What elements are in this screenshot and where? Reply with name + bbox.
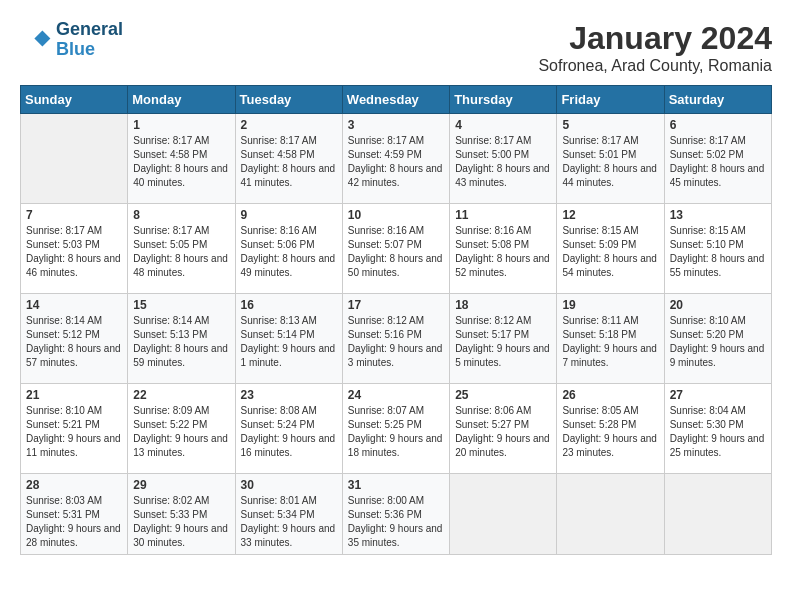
day-detail: Sunrise: 8:17 AMSunset: 5:00 PMDaylight:… [455,134,551,190]
calendar-cell: 6 Sunrise: 8:17 AMSunset: 5:02 PMDayligh… [664,114,771,204]
day-number: 8 [133,208,229,222]
month-title: January 2024 [538,20,772,57]
day-detail: Sunrise: 8:15 AMSunset: 5:10 PMDaylight:… [670,224,766,280]
day-detail: Sunrise: 8:00 AMSunset: 5:36 PMDaylight:… [348,494,444,550]
weekday-header-saturday: Saturday [664,86,771,114]
day-number: 3 [348,118,444,132]
day-detail: Sunrise: 8:01 AMSunset: 5:34 PMDaylight:… [241,494,337,550]
day-number: 20 [670,298,766,312]
calendar-cell: 31 Sunrise: 8:00 AMSunset: 5:36 PMDaylig… [342,474,449,555]
calendar-cell: 19 Sunrise: 8:11 AMSunset: 5:18 PMDaylig… [557,294,664,384]
calendar-cell [557,474,664,555]
calendar-cell: 28 Sunrise: 8:03 AMSunset: 5:31 PMDaylig… [21,474,128,555]
day-number: 6 [670,118,766,132]
calendar-cell: 18 Sunrise: 8:12 AMSunset: 5:17 PMDaylig… [450,294,557,384]
day-number: 14 [26,298,122,312]
day-number: 26 [562,388,658,402]
calendar-cell: 11 Sunrise: 8:16 AMSunset: 5:08 PMDaylig… [450,204,557,294]
day-number: 23 [241,388,337,402]
day-detail: Sunrise: 8:17 AMSunset: 4:58 PMDaylight:… [133,134,229,190]
day-number: 11 [455,208,551,222]
svg-marker-0 [34,30,50,46]
day-number: 5 [562,118,658,132]
day-detail: Sunrise: 8:16 AMSunset: 5:06 PMDaylight:… [241,224,337,280]
day-detail: Sunrise: 8:16 AMSunset: 5:08 PMDaylight:… [455,224,551,280]
day-detail: Sunrise: 8:17 AMSunset: 5:02 PMDaylight:… [670,134,766,190]
day-detail: Sunrise: 8:04 AMSunset: 5:30 PMDaylight:… [670,404,766,460]
week-row-2: 7 Sunrise: 8:17 AMSunset: 5:03 PMDayligh… [21,204,772,294]
calendar-cell [21,114,128,204]
calendar-cell: 8 Sunrise: 8:17 AMSunset: 5:05 PMDayligh… [128,204,235,294]
day-detail: Sunrise: 8:03 AMSunset: 5:31 PMDaylight:… [26,494,122,550]
day-number: 4 [455,118,551,132]
day-number: 22 [133,388,229,402]
calendar-table: SundayMondayTuesdayWednesdayThursdayFrid… [20,85,772,555]
calendar-cell: 7 Sunrise: 8:17 AMSunset: 5:03 PMDayligh… [21,204,128,294]
logo-icon [20,24,52,56]
day-number: 18 [455,298,551,312]
day-detail: Sunrise: 8:12 AMSunset: 5:16 PMDaylight:… [348,314,444,370]
calendar-cell: 12 Sunrise: 8:15 AMSunset: 5:09 PMDaylig… [557,204,664,294]
page-header: General Blue January 2024 Sofronea, Arad… [20,20,772,75]
title-section: January 2024 Sofronea, Arad County, Roma… [538,20,772,75]
calendar-cell: 3 Sunrise: 8:17 AMSunset: 4:59 PMDayligh… [342,114,449,204]
week-row-1: 1 Sunrise: 8:17 AMSunset: 4:58 PMDayligh… [21,114,772,204]
day-detail: Sunrise: 8:17 AMSunset: 5:01 PMDaylight:… [562,134,658,190]
day-number: 21 [26,388,122,402]
day-detail: Sunrise: 8:17 AMSunset: 4:59 PMDaylight:… [348,134,444,190]
day-number: 13 [670,208,766,222]
logo-text: General Blue [56,20,123,60]
day-detail: Sunrise: 8:06 AMSunset: 5:27 PMDaylight:… [455,404,551,460]
calendar-cell: 26 Sunrise: 8:05 AMSunset: 5:28 PMDaylig… [557,384,664,474]
day-number: 9 [241,208,337,222]
calendar-cell: 15 Sunrise: 8:14 AMSunset: 5:13 PMDaylig… [128,294,235,384]
day-number: 2 [241,118,337,132]
week-row-3: 14 Sunrise: 8:14 AMSunset: 5:12 PMDaylig… [21,294,772,384]
weekday-header-row: SundayMondayTuesdayWednesdayThursdayFrid… [21,86,772,114]
day-detail: Sunrise: 8:14 AMSunset: 5:13 PMDaylight:… [133,314,229,370]
week-row-4: 21 Sunrise: 8:10 AMSunset: 5:21 PMDaylig… [21,384,772,474]
day-detail: Sunrise: 8:13 AMSunset: 5:14 PMDaylight:… [241,314,337,370]
calendar-cell: 4 Sunrise: 8:17 AMSunset: 5:00 PMDayligh… [450,114,557,204]
day-number: 25 [455,388,551,402]
weekday-header-wednesday: Wednesday [342,86,449,114]
day-detail: Sunrise: 8:15 AMSunset: 5:09 PMDaylight:… [562,224,658,280]
calendar-cell: 21 Sunrise: 8:10 AMSunset: 5:21 PMDaylig… [21,384,128,474]
calendar-cell: 10 Sunrise: 8:16 AMSunset: 5:07 PMDaylig… [342,204,449,294]
day-detail: Sunrise: 8:11 AMSunset: 5:18 PMDaylight:… [562,314,658,370]
calendar-cell: 24 Sunrise: 8:07 AMSunset: 5:25 PMDaylig… [342,384,449,474]
calendar-cell [664,474,771,555]
calendar-cell: 30 Sunrise: 8:01 AMSunset: 5:34 PMDaylig… [235,474,342,555]
day-number: 7 [26,208,122,222]
day-number: 29 [133,478,229,492]
day-number: 27 [670,388,766,402]
weekday-header-sunday: Sunday [21,86,128,114]
day-number: 12 [562,208,658,222]
calendar-cell: 17 Sunrise: 8:12 AMSunset: 5:16 PMDaylig… [342,294,449,384]
logo: General Blue [20,20,123,60]
day-detail: Sunrise: 8:10 AMSunset: 5:21 PMDaylight:… [26,404,122,460]
day-detail: Sunrise: 8:08 AMSunset: 5:24 PMDaylight:… [241,404,337,460]
calendar-cell: 13 Sunrise: 8:15 AMSunset: 5:10 PMDaylig… [664,204,771,294]
weekday-header-friday: Friday [557,86,664,114]
day-number: 19 [562,298,658,312]
day-number: 16 [241,298,337,312]
day-number: 28 [26,478,122,492]
calendar-cell: 20 Sunrise: 8:10 AMSunset: 5:20 PMDaylig… [664,294,771,384]
weekday-header-thursday: Thursday [450,86,557,114]
day-detail: Sunrise: 8:07 AMSunset: 5:25 PMDaylight:… [348,404,444,460]
calendar-cell: 29 Sunrise: 8:02 AMSunset: 5:33 PMDaylig… [128,474,235,555]
week-row-5: 28 Sunrise: 8:03 AMSunset: 5:31 PMDaylig… [21,474,772,555]
calendar-cell: 25 Sunrise: 8:06 AMSunset: 5:27 PMDaylig… [450,384,557,474]
day-detail: Sunrise: 8:16 AMSunset: 5:07 PMDaylight:… [348,224,444,280]
calendar-cell: 5 Sunrise: 8:17 AMSunset: 5:01 PMDayligh… [557,114,664,204]
calendar-cell [450,474,557,555]
calendar-cell: 14 Sunrise: 8:14 AMSunset: 5:12 PMDaylig… [21,294,128,384]
day-number: 10 [348,208,444,222]
weekday-header-monday: Monday [128,86,235,114]
calendar-cell: 23 Sunrise: 8:08 AMSunset: 5:24 PMDaylig… [235,384,342,474]
day-detail: Sunrise: 8:14 AMSunset: 5:12 PMDaylight:… [26,314,122,370]
day-number: 17 [348,298,444,312]
day-number: 30 [241,478,337,492]
day-number: 15 [133,298,229,312]
